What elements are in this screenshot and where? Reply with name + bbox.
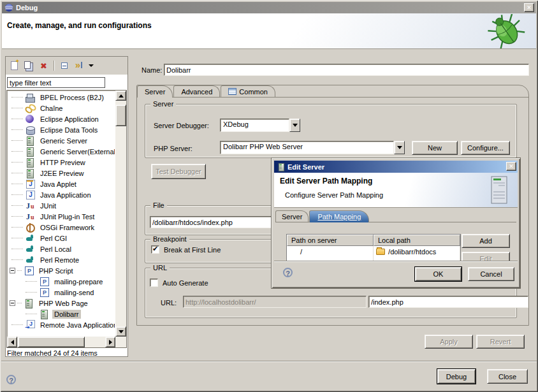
tree-item[interactable]: Generic Server	[8, 135, 115, 146]
table-header-row: Path on server Local path	[287, 235, 460, 246]
help-icon[interactable]	[6, 375, 16, 384]
new-configuration-button[interactable]	[8, 60, 20, 72]
name-input[interactable]	[164, 64, 529, 76]
tree-item[interactable]: Eclipse Data Tools	[8, 124, 115, 135]
php-server-label: PHP Server:	[154, 145, 193, 152]
tree-item[interactable]: Java Application	[8, 189, 115, 200]
collapse-expander-icon[interactable]	[10, 300, 15, 306]
tree-item[interactable]: JUnit	[8, 200, 115, 211]
window-title: Debug	[16, 4, 38, 11]
local-path-text: /dolibarr/htdocs	[388, 248, 436, 256]
break-first-line-checkbox[interactable]	[151, 245, 159, 254]
url-label: URL:	[161, 299, 177, 307]
tree-item[interactable]: Java Applet	[8, 178, 115, 189]
tree-item[interactable]: PHP Web Page	[8, 298, 115, 309]
tab-server-settings[interactable]: Server	[275, 210, 309, 222]
scrollbar-corner	[115, 337, 126, 347]
debug-configurations-window: Debug Create, manage, and run configurat…	[0, 0, 538, 392]
server-icon	[25, 136, 35, 146]
tree-item[interactable]: HTTP Preview	[8, 157, 115, 168]
cancel-button[interactable]: Cancel	[468, 267, 514, 281]
tab-label: Path Mapping	[317, 213, 361, 221]
add-mapping-button[interactable]: Add	[462, 234, 510, 248]
url-path-input[interactable]	[368, 296, 528, 308]
column-header-path-on-server[interactable]: Path on server	[287, 235, 374, 246]
tree-item[interactable]: Perl CGI	[8, 233, 115, 243]
button-label: OK	[433, 270, 444, 278]
scroll-right-button[interactable]	[105, 337, 115, 347]
vertical-scroll-thumb[interactable]	[115, 105, 126, 126]
filter-menu-dropdown[interactable]	[87, 60, 95, 72]
close-edit-server-button[interactable]	[506, 162, 516, 171]
eclipse-logo-icon	[4, 3, 13, 12]
php-server-combo[interactable]: Dolibarr PHP Web Server	[220, 141, 405, 154]
tree-item[interactable]: mailing-prepare	[8, 276, 115, 287]
filter-input[interactable]	[7, 77, 105, 88]
tree-item[interactable]: OSGi Framework	[8, 222, 115, 233]
tree-item[interactable]: J2EE Preview	[8, 168, 115, 178]
collapse-all-icon	[61, 62, 68, 69]
tab-common[interactable]: Common	[221, 85, 275, 97]
close-window-button[interactable]	[524, 3, 534, 12]
triangle-down-icon	[119, 330, 124, 336]
close-button[interactable]: Close	[487, 369, 528, 384]
configure-server-button[interactable]: Configure...	[461, 141, 510, 155]
scroll-down-button[interactable]	[115, 326, 126, 337]
tree-item[interactable]: mailing-send	[8, 287, 115, 298]
horizontal-scroll-thumb[interactable]	[18, 337, 85, 347]
break-first-line-row: Break at First Line	[151, 245, 221, 254]
tree-item[interactable]: Remote Java Application	[8, 319, 115, 330]
tree-item[interactable]: Perl Local	[8, 243, 115, 254]
tab-server[interactable]: Server	[137, 85, 173, 98]
tree-item[interactable]: BPEL Process (B2J)	[8, 92, 115, 103]
collapse-expander-icon[interactable]	[10, 268, 15, 273]
combo-dropdown-button[interactable]	[289, 119, 300, 132]
tree-horizontal-scrollbar[interactable]	[7, 337, 115, 347]
cell-server-path: /	[287, 246, 374, 257]
delete-configuration-button[interactable]	[38, 60, 50, 72]
table-icon	[228, 88, 236, 95]
new-server-button[interactable]: New	[412, 141, 458, 155]
edit-server-dialog: Edit Server Edit Server Path Mapping Con…	[271, 157, 521, 289]
duplicate-configuration-button[interactable]	[23, 60, 35, 72]
tab-advanced[interactable]: Advanced	[173, 85, 220, 97]
test-debugger-button[interactable]: Test Debugger	[151, 164, 206, 179]
scroll-left-button[interactable]	[7, 337, 17, 347]
junit-icon	[25, 201, 35, 211]
url-base-input[interactable]	[183, 296, 367, 308]
server-debugger-label: Server Debugger:	[154, 122, 209, 129]
tab-path-mapping[interactable]: Path Mapping	[309, 210, 369, 222]
scroll-up-button[interactable]	[115, 91, 126, 101]
tree-item[interactable]: PHP Script	[8, 265, 115, 276]
apply-button[interactable]: Apply	[425, 335, 473, 349]
server-debugger-combo[interactable]: XDebug	[220, 119, 300, 132]
tree-item[interactable]: Eclipse Application	[8, 113, 115, 124]
combo-dropdown-button[interactable]	[394, 141, 405, 154]
column-header-local-path[interactable]: Local path	[374, 235, 460, 246]
tree-vertical-scrollbar[interactable]	[115, 91, 126, 337]
auto-generate-checkbox[interactable]	[150, 279, 158, 287]
tree-item-selected[interactable]: Dolibarr	[8, 309, 115, 319]
collapse-all-button[interactable]	[58, 60, 70, 72]
tree-item[interactable]: Chaîne	[8, 103, 115, 113]
tree-item[interactable]: Generic Server(External La	[8, 146, 115, 157]
bug-icon	[486, 14, 526, 48]
revert-button[interactable]: Revert	[476, 335, 525, 349]
table-row[interactable]: / /dolibarr/htdocs	[287, 246, 460, 257]
edit-server-subheading: Configure Server Path Mapping	[285, 191, 383, 199]
chevron-down-icon	[293, 124, 298, 129]
tab-label: Server	[282, 213, 302, 221]
ok-button[interactable]: OK	[415, 267, 462, 281]
tree-item[interactable]: JUnit Plug-in Test	[8, 211, 115, 222]
osgi-icon	[25, 222, 35, 233]
server-icon	[25, 168, 35, 178]
tree-item[interactable]: Perl Remote	[8, 254, 115, 265]
server-group-title: Server	[150, 100, 176, 108]
eclipse-application-icon	[25, 114, 35, 124]
debug-button[interactable]: Debug	[437, 369, 476, 384]
auto-generate-row: Auto Generate	[150, 279, 208, 287]
button-label: Apply	[440, 338, 458, 345]
filter-configurations-button[interactable]	[73, 60, 85, 72]
server-icon	[24, 298, 34, 309]
help-icon[interactable]	[283, 268, 293, 277]
